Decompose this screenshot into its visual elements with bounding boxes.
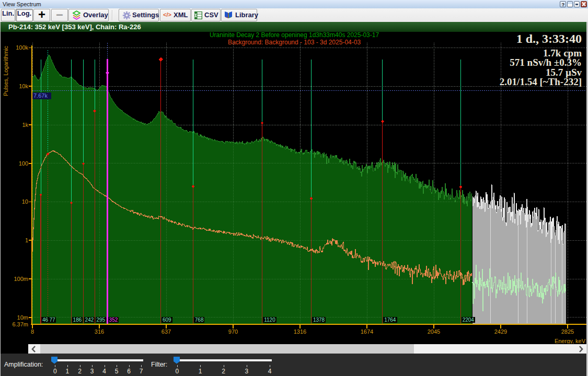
svg-text:1: 1: [25, 237, 28, 243]
svg-text:10k: 10k: [19, 83, 28, 89]
svg-text:10: 10: [22, 198, 28, 205]
svg-text:2825: 2825: [561, 328, 574, 335]
svg-text:100: 100: [19, 160, 28, 167]
svg-text:1674: 1674: [361, 328, 373, 335]
svg-text:6.37m: 6.37m: [12, 321, 28, 327]
svg-text:316: 316: [95, 328, 104, 335]
svg-text:295: 295: [96, 317, 105, 323]
svg-text:352: 352: [109, 317, 118, 323]
svg-text:100k: 100k: [16, 44, 28, 51]
svg-text:Energy, keV: Energy, keV: [555, 338, 586, 344]
svg-text:1378: 1378: [313, 317, 325, 323]
svg-text:2045: 2045: [428, 328, 440, 335]
svg-text:1120: 1120: [264, 317, 275, 323]
svg-text:77: 77: [49, 317, 55, 323]
svg-text:1316: 1316: [294, 328, 306, 335]
svg-text:10m: 10m: [17, 314, 28, 321]
svg-text:2204: 2204: [463, 317, 475, 323]
svg-text:?: ?: [562, 2, 565, 7]
svg-text:100m: 100m: [14, 276, 28, 282]
svg-text:637: 637: [162, 328, 171, 335]
svg-text:8: 8: [31, 328, 34, 335]
svg-text:768: 768: [195, 317, 204, 323]
svg-text:186: 186: [73, 317, 82, 323]
svg-text:Pulses, Logarithmic: Pulses, Logarithmic: [3, 46, 9, 96]
svg-text:1764: 1764: [384, 317, 396, 323]
svg-text:970: 970: [228, 328, 238, 335]
svg-text:Background: Background - 103 -: Background: Background - 103 - 3d 2025-0…: [228, 39, 361, 46]
svg-text:1 d., 3:33:40: 1 d., 3:33:40: [516, 32, 582, 45]
svg-text:Uraninite Decay 2 Before openi: Uraninite Decay 2 Before openineg 1d3h33…: [210, 32, 379, 39]
svg-text:46: 46: [42, 317, 49, 323]
svg-text:2429: 2429: [494, 328, 507, 335]
svg-text:242: 242: [85, 317, 94, 323]
svg-text:7.67k: 7.67k: [33, 92, 48, 99]
svg-text:2.01/1.54 [~Th-232]: 2.01/1.54 [~Th-232]: [500, 76, 582, 87]
svg-text:1k: 1k: [22, 122, 28, 128]
svg-text:609: 609: [163, 317, 171, 323]
